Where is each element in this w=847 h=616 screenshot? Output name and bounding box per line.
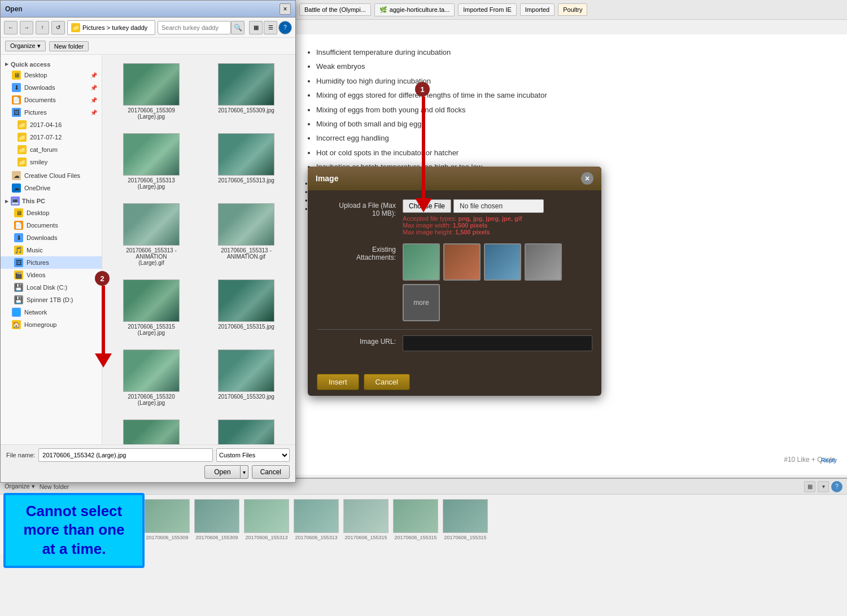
downloads-pin-icon: 📌 <box>90 85 97 91</box>
sidebar-item-documents-quick[interactable]: 📄 Documents 📌 <box>1 94 102 106</box>
file-item-11[interactable]: 20170606_155338.jpg <box>202 416 291 444</box>
open-button[interactable]: Open <box>204 465 240 479</box>
attachment-2[interactable] <box>443 243 481 281</box>
attachments-row: ExistingAttachments: more <box>317 243 592 321</box>
search-input[interactable] <box>158 21 231 34</box>
sidebar-pc-desktop[interactable]: 🖥 Desktop <box>1 207 102 219</box>
bottom-file-3[interactable]: 20170606_155313 <box>294 499 339 550</box>
cancel-modal-button[interactable]: Cancel <box>364 374 410 390</box>
modal-body: Upload a File (Max10 MB): Choose File No… <box>308 190 601 368</box>
attachment-4[interactable] <box>525 243 562 281</box>
bullet-item: Insufficient temperature during incubati… <box>316 46 836 59</box>
path-bar: 📁 Pictures > turkey daddy <box>67 20 155 35</box>
bottom-file-2[interactable]: 20170606_155313 <box>244 499 289 550</box>
file-item-5[interactable]: 20170606_155313 -ANIMATION.gif <box>202 199 291 270</box>
dialog-close-button[interactable]: × <box>280 3 291 15</box>
tab-imported-ie[interactable]: Imported From IE <box>458 3 517 16</box>
sidebar-item-smiley[interactable]: 📁 smiley <box>1 156 102 168</box>
browser-tabs-bar: Battle of the (Olympi... 🌿 aggie-horticu… <box>294 0 847 20</box>
path-text: Pictures > turkey daddy <box>82 24 147 31</box>
sidebar-item-desktop-quick[interactable]: 🖥 Desktop 📌 <box>1 69 102 81</box>
accepted-types-label: Accepted file types: <box>403 215 456 222</box>
attachments-content: more <box>403 243 592 321</box>
sidebar-spinner-1tb[interactable]: 💾 Spinner 1TB (D:) <box>1 294 102 306</box>
bottom-file-1[interactable]: 20170606_155309 <box>194 499 239 550</box>
sidebar-local-disk[interactable]: 💾 Local Disk (C:) <box>1 281 102 294</box>
search-button[interactable]: 🔍 <box>231 21 245 34</box>
file-item-2[interactable]: 20170606_155313 (Large).jpg <box>107 129 196 194</box>
image-url-input[interactable] <box>403 335 592 351</box>
organize-button[interactable]: Organize ▾ <box>5 41 46 51</box>
attachment-3[interactable] <box>484 243 521 281</box>
file-item-8[interactable]: 20170606_155320 (Large).jpg <box>107 346 196 410</box>
bottom-help-btn[interactable]: ? <box>831 481 842 492</box>
more-attachments-button[interactable]: more <box>403 284 440 321</box>
this-pc-header: ▸ 💻 This PC <box>1 194 102 207</box>
bottom-thumb-5 <box>393 499 438 533</box>
nav-up-button[interactable]: ↑ <box>36 21 49 34</box>
nav-refresh-button[interactable]: ↺ <box>51 21 65 34</box>
sidebar-item-pictures-quick[interactable]: 🖼 Pictures 📌 <box>1 106 102 119</box>
tab-poultry[interactable]: Poultry <box>558 3 587 16</box>
file-item-7[interactable]: 20170606_155315.jpg <box>202 276 291 340</box>
file-item-0[interactable]: 20170606_155309 (Large).jpg <box>107 59 196 124</box>
tab-imported[interactable]: Imported <box>520 3 555 16</box>
dialog-actions-bar: Organize ▾ New folder <box>1 38 295 55</box>
sidebar-item-2017-04[interactable]: 📁 2017-04-16 <box>1 119 102 131</box>
bottom-organize[interactable]: Organize ▾ <box>5 483 35 490</box>
file-item-9[interactable]: 20170606_155320.jpg <box>202 346 291 410</box>
tab-aggie[interactable]: 🌿 aggie-horticulture.ta... <box>374 3 455 16</box>
sidebar-2017-04-label: 2017-04-16 <box>30 121 62 128</box>
filetype-select[interactable]: Custom Files <box>216 448 290 462</box>
dialog-cancel-button[interactable]: Cancel <box>252 465 290 479</box>
documents-pin-icon: 📌 <box>90 97 97 103</box>
sidebar-item-creative-cloud[interactable]: ☁ Creative Cloud Files <box>1 169 102 182</box>
documents-quick-icon: 📄 <box>12 95 21 104</box>
sidebar-item-onedrive[interactable]: ☁ OneDrive <box>1 182 102 194</box>
dialog-body: ▸ Quick access 🖥 Desktop 📌 ⬇ Downloads 📌… <box>1 55 295 444</box>
file-item-6[interactable]: 20170606_155315 (Large).jpg <box>107 276 196 340</box>
reply-link[interactable]: Reply <box>821 457 837 464</box>
max-width-label: Max image width: <box>403 222 451 229</box>
file-item-3[interactable]: 20170606_155313.jpg <box>202 129 291 194</box>
pc-desktop-label: Desktop <box>27 209 49 216</box>
file-item-1[interactable]: 20170606_155309.jpg <box>202 59 291 124</box>
view-toggle-button[interactable]: ▦ <box>249 21 263 34</box>
bottom-view-btn[interactable]: ▦ <box>804 481 815 492</box>
sidebar-pc-pictures[interactable]: 🖼 Pictures <box>1 256 102 269</box>
sidebar-item-homegroup[interactable]: 🏠 Homegroup <box>1 318 102 331</box>
tab-battle[interactable]: Battle of the (Olympi... <box>299 3 371 16</box>
bottom-new-folder[interactable]: New folder <box>40 483 69 490</box>
folder-cat-icon: 📁 <box>18 145 27 154</box>
bottom-file-4[interactable]: 20170606_155315 <box>343 499 388 550</box>
pc-documents-icon: 📄 <box>14 221 23 230</box>
sidebar-pc-documents[interactable]: 📄 Documents <box>1 219 102 231</box>
nav-back-button[interactable]: ← <box>4 21 18 34</box>
sidebar-item-cat-forum[interactable]: 📁 cat_forum <box>1 143 102 156</box>
insert-button[interactable]: Insert <box>317 374 359 390</box>
bottom-file-name-4: 20170606_155315 <box>343 535 388 540</box>
sidebar-pc-downloads[interactable]: ⬇ Downloads <box>1 231 102 244</box>
nav-forward-button[interactable]: → <box>20 21 33 34</box>
filename-input[interactable] <box>38 448 213 462</box>
file-item-10[interactable]: 20170606_155338 (Large).jpg <box>107 416 196 444</box>
sidebar-item-network[interactable]: 🌐 Network <box>1 306 102 318</box>
bullet-item: Incorrect egg handling <box>316 132 836 145</box>
bottom-view-btn2[interactable]: ▾ <box>818 481 829 492</box>
bottom-file-0[interactable]: 20170606_155309 <box>145 499 190 550</box>
sidebar-pc-videos[interactable]: 🎬 Videos <box>1 269 102 281</box>
help-button[interactable]: ? <box>278 21 292 34</box>
bottom-thumb-0 <box>145 499 190 533</box>
view-details-button[interactable]: ☰ <box>264 21 277 34</box>
sidebar-item-2017-07[interactable]: 📁 2017-07-12 <box>1 131 102 143</box>
bottom-file-6[interactable]: 20170606_155315 <box>443 499 488 550</box>
bottom-file-5[interactable]: 20170606_155315 <box>393 499 438 550</box>
sidebar-pc-music[interactable]: 🎵 Music <box>1 244 102 256</box>
file-item-4[interactable]: 20170606_155313 -ANIMATION (Large).gif <box>107 199 196 270</box>
modal-close-button[interactable]: × <box>581 172 593 185</box>
sidebar-item-downloads-quick[interactable]: ⬇ Downloads 📌 <box>1 81 102 94</box>
open-dropdown-button[interactable]: ▾ <box>241 465 248 479</box>
bottom-files-area: 20170606_155309 20170606_155309 20170606… <box>90 495 492 554</box>
attachment-1[interactable] <box>403 243 440 281</box>
new-folder-button[interactable]: New folder <box>49 41 89 51</box>
